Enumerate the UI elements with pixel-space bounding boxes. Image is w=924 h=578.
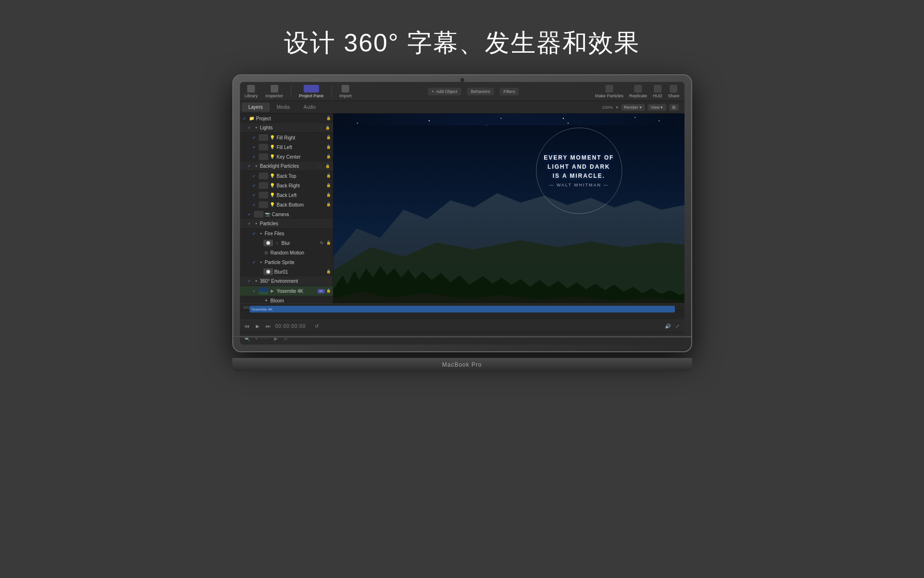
light-icon: 💡 [270,173,275,179]
play-button[interactable]: ▶ [254,323,261,330]
layer-label: Lights [260,125,315,130]
layer-label: Fill Left [277,145,325,150]
layer-backlight-particles[interactable]: ✓ ▾ Backlight Particles ⬚ 🔒 [240,162,333,171]
lock-icon: 🔒 [326,269,331,274]
layer-back-right[interactable]: ✓ 💡 Back Right 🔒 [240,181,333,190]
replicate-button[interactable]: Replicate [629,85,647,98]
lock-icon: 🔒 [326,202,331,207]
check-icon [256,240,262,246]
expand-icon: ▾ [254,279,259,284]
layer-label: Blur [282,241,318,246]
light-icon: 💡 [270,202,275,208]
lock-icon: 🔒 [326,241,331,245]
skip-forward-button[interactable]: ⏭ [265,323,272,330]
layer-back-top[interactable]: ✓ 💡 Back Top 🔒 [240,171,333,181]
tab-media[interactable]: Media [270,103,297,112]
layer-lights[interactable]: ✓ ▾ Lights ⬚ 🔒 [240,123,333,133]
layer-fill-left[interactable]: ✓ 💡 Fill Left 🔒 [240,142,333,152]
expand-icon: ▾ [254,126,259,130]
expand-icon: ▾ [259,260,263,265]
lock-icon: 🔒 [326,145,331,150]
lock-icon: 🔒 [326,193,331,197]
layer-thumb [259,134,268,141]
zoom-level: 100% [602,105,613,110]
filters-button[interactable]: Filters [500,88,519,95]
light-icon: 💡 [270,192,275,198]
layer-thumb [259,153,268,160]
timeline-track: Effect Source Yosemite 4K [240,304,684,320]
check-icon: ✓ [251,183,257,188]
timeline-bar: Yosemite 4K [250,306,675,312]
layer-fire-files[interactable]: ✓ ▾ Fire Files [240,229,333,238]
share-button[interactable]: Share [668,85,679,98]
inspector-button[interactable]: Inspector [265,85,283,98]
behavior-icon: ◎ [263,250,269,255]
layer-label: Particle Sprite [265,260,331,265]
tab-audio[interactable]: Audio [297,103,323,112]
import-button[interactable]: Import [340,85,352,98]
layer-particle-sprite[interactable]: ✓ ▾ Particle Sprite [240,257,333,267]
lock-icon: 🔒 [326,183,331,188]
add-object-button[interactable]: + Add Object [428,88,461,95]
library-button[interactable]: Library [245,85,258,98]
hud-button[interactable]: HUD [653,85,662,98]
timeline-area: Effect Source Yosemite 4K ⏮ ▶ ⏭ 00:00:00… [240,303,684,332]
timeline-controls: ⏮ ▶ ⏭ 00:00:00:00 ↺ 🔊 ⤢ [240,320,684,332]
video-icon: ▶ [270,288,275,294]
layer-action-icon: 🔒 [324,125,331,131]
layer-back-left[interactable]: ✓ 💡 Back Left 🔒 [240,190,333,200]
layer-blur[interactable]: ○ Blur ↻ 🔒 [240,238,333,248]
macbook-shell: Library Inspector Project Pane [232,74,692,371]
render-dropdown[interactable]: Render ▾ [621,104,645,111]
check-icon: ✓ [251,154,257,160]
layer-back-bottom[interactable]: ✓ 💡 Back Bottom 🔒 [240,200,333,209]
layer-bloom[interactable]: ✦ Bloom [240,296,333,303]
layer-label: Yosemite 4K [277,289,315,294]
layer-label: 360° Environment [260,278,331,284]
effect-icon: ✦ [263,298,269,303]
layer-thumb [254,211,263,218]
layer-action-icon: 🔒 [324,163,331,170]
skip-back-button[interactable]: ⏮ [244,323,251,330]
view-dropdown[interactable]: View ▾ [648,104,666,111]
layer-label: Back Top [277,173,325,179]
layer-yosemite-4k[interactable]: ✓ ▶ Yosemite 4K 4K 🔒 [240,286,333,296]
app-ui: Library Inspector Project Pane [240,82,684,345]
check-icon: ✓ [251,192,257,198]
layer-project[interactable]: ✓ 📁 Project 🔒 [240,114,333,123]
check-icon: ✓ [247,278,252,284]
layer-particles[interactable]: ✓ ▾ Particles [240,219,333,229]
layer-thumb [259,173,268,179]
layer-label: Back Bottom [277,202,325,208]
macbook-notch [460,78,464,82]
expand-icon: ▾ [254,164,259,169]
expand-icon: ▾ [259,231,263,236]
timecode: 00:00:00:00 [275,324,306,329]
check-icon [256,269,262,275]
check-icon: ✓ [247,125,252,131]
layer-360-environment[interactable]: ✓ ▾ 360° Environment [240,277,333,286]
layer-blur01[interactable]: Blur01 🔒 [240,267,333,277]
light-icon: 💡 [270,144,275,150]
layer-key-center[interactable]: ✓ 💡 Key Center 🔒 [240,152,333,162]
tab-layers[interactable]: Layers [242,103,270,112]
loop-button[interactable]: ↺ [313,323,320,330]
layer-label: Camera [272,212,331,217]
check-icon: ✓ [247,211,252,217]
audio-button[interactable]: 🔊 [664,323,671,330]
layer-fill-right[interactable]: ✓ 💡 Fill Right 🔒 [240,133,333,142]
light-icon: 💡 [270,183,275,188]
check-icon: ✓ [251,202,257,208]
make-particles-button[interactable]: Make Particles [595,85,623,98]
behaviors-button[interactable]: Behaviors [467,88,494,95]
lock-icon: 🔒 [326,289,331,293]
check-icon: ✓ [247,163,252,169]
preview-area: EVERY MOMENT OF LIGHT AND DARK IS A MIRA… [333,114,684,303]
expand-icon[interactable]: ⊞ [669,104,679,111]
layer-label: Particles [260,221,331,226]
project-pane-button[interactable]: Project Pane [299,85,324,98]
layer-random-motion[interactable]: ◎ Random Motion [240,248,333,257]
layer-thumb [259,288,268,294]
layer-camera[interactable]: ✓ 📷 Camera [240,209,333,219]
fullscreen-button[interactable]: ⤢ [674,323,681,330]
